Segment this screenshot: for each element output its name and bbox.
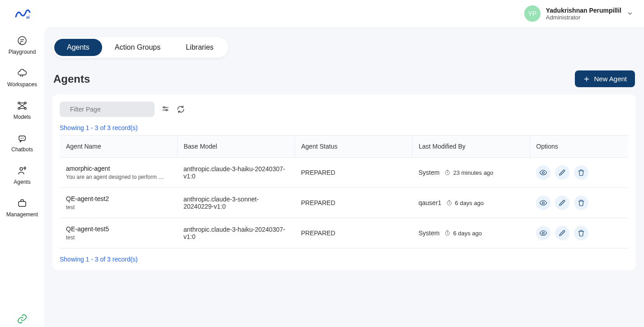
tab-label: Libraries <box>186 43 213 51</box>
delete-button[interactable] <box>574 165 588 180</box>
agent-description: test <box>66 204 165 210</box>
edit-button[interactable] <box>555 226 569 240</box>
sidebar-item-agents[interactable]: Agents <box>0 163 44 188</box>
svg-point-25 <box>166 109 167 111</box>
user-role: Administrator <box>546 14 621 21</box>
col-header-name[interactable]: Agent Name <box>60 135 177 158</box>
sidebar: Playground Workspaces Models <box>0 27 44 327</box>
user-menu[interactable]: YP Yadukrishnan Perumpillil Administrato… <box>524 5 633 22</box>
pencil-icon <box>558 168 566 177</box>
modified-by-user: System <box>418 169 440 176</box>
edit-button[interactable] <box>555 165 569 180</box>
sidebar-item-models[interactable]: Models <box>0 98 44 123</box>
eye-icon <box>539 199 547 207</box>
agent-status: PREPARED <box>295 158 412 188</box>
svg-line-38 <box>447 234 448 234</box>
svg-point-15 <box>21 138 22 139</box>
sidebar-item-chatbots[interactable]: Chatbots <box>0 130 44 155</box>
tab-libraries[interactable]: Libraries <box>173 39 226 56</box>
modified-by-user: System <box>418 229 440 237</box>
agent-model: anthropic.claude-3-sonnet-20240229-v1:0 <box>177 188 295 218</box>
modified-time: 23 minutes ago <box>444 169 494 176</box>
app-header: ai YP Yadukrishnan Perumpillil Administr… <box>0 0 644 27</box>
table-row[interactable]: QE-agent-test2 test anthropic.claude-3-s… <box>60 188 629 218</box>
view-button[interactable] <box>536 165 550 180</box>
svg-line-33 <box>449 203 450 204</box>
edit-button[interactable] <box>555 196 569 210</box>
main-content: Agents Action Groups Libraries Agents Ne… <box>44 27 644 327</box>
view-tabs: Agents Action Groups Libraries <box>52 37 228 58</box>
sidebar-item-label: Management <box>6 211 38 218</box>
sidebar-item-amorphic[interactable] <box>0 313 44 324</box>
table-row[interactable]: QE-agent-test5 test anthropic.claude-3-h… <box>60 218 629 248</box>
sidebar-item-label: Agents <box>14 179 30 185</box>
svg-point-9 <box>24 107 26 109</box>
agent-model: anthropic.claude-3-haiku-20240307-v1:0 <box>177 218 295 248</box>
cloud-icon <box>17 68 28 79</box>
page-title: Agents <box>53 73 90 85</box>
filter-settings-icon[interactable] <box>161 105 170 114</box>
agent-description: test <box>66 234 165 241</box>
sidebar-item-label: Workspaces <box>7 81 37 88</box>
svg-point-16 <box>23 138 24 139</box>
pencil-icon <box>558 229 566 237</box>
new-agent-button[interactable]: New Agent <box>575 70 635 87</box>
chat-icon <box>17 35 28 46</box>
delete-button[interactable] <box>574 226 588 240</box>
card-toolbar <box>60 102 629 117</box>
svg-point-6 <box>18 102 20 104</box>
modified-time: 6 days ago <box>446 200 484 206</box>
chevron-down-icon <box>627 10 633 17</box>
col-header-status[interactable]: Agent Status <box>295 135 412 158</box>
svg-point-17 <box>20 168 23 170</box>
svg-rect-19 <box>19 201 26 206</box>
col-header-options: Options <box>530 135 629 158</box>
svg-text:ai: ai <box>26 15 30 19</box>
agents-card: Showing 1 - 3 of 3 record(s) Agent Name … <box>52 94 636 270</box>
plus-icon <box>583 75 590 83</box>
records-summary-top: Showing 1 - 3 of 3 record(s) <box>60 124 629 131</box>
agent-name: amorphic-agent <box>66 165 171 172</box>
tab-action-groups[interactable]: Action Groups <box>102 39 173 56</box>
sidebar-item-management[interactable]: Management <box>0 195 44 220</box>
svg-point-18 <box>24 167 26 169</box>
trash-icon <box>577 168 585 177</box>
clock-icon <box>444 230 451 236</box>
agents-table: Agent Name Base Model Agent Status Last … <box>60 135 629 248</box>
agent-model: anthropic.claude-3-haiku-20240307-v1:0 <box>177 158 295 188</box>
col-header-model[interactable]: Base Model <box>177 135 295 158</box>
filter-search-box[interactable] <box>60 102 155 117</box>
bot-icon <box>17 133 28 144</box>
sidebar-item-workspaces[interactable]: Workspaces <box>0 65 44 90</box>
modified-by-user: qauser1 <box>418 199 442 206</box>
new-agent-label: New Agent <box>594 75 627 83</box>
sidebar-item-label: Models <box>14 114 31 120</box>
sidebar-item-label: Playground <box>9 49 36 55</box>
view-button[interactable] <box>536 226 550 240</box>
svg-point-7 <box>24 102 26 104</box>
trash-icon <box>577 229 585 237</box>
records-summary-bottom: Showing 1 - 3 of 3 record(s) <box>60 256 629 263</box>
clock-icon <box>446 200 452 206</box>
sidebar-item-playground[interactable]: Playground <box>0 33 44 58</box>
delete-button[interactable] <box>574 196 588 210</box>
tab-agents[interactable]: Agents <box>54 39 102 56</box>
svg-rect-14 <box>19 136 25 140</box>
svg-point-30 <box>542 172 545 174</box>
col-header-modified-by[interactable]: Last Modified By <box>412 135 530 158</box>
svg-point-40 <box>542 232 545 234</box>
agents-icon <box>17 165 28 176</box>
network-icon <box>17 100 28 111</box>
view-button[interactable] <box>536 196 550 210</box>
tab-label: Agents <box>67 43 89 51</box>
filter-input[interactable] <box>70 106 149 113</box>
refresh-icon[interactable] <box>176 105 185 114</box>
table-row[interactable]: amorphic-agent You are an agent designed… <box>60 158 629 188</box>
briefcase-icon <box>17 198 28 209</box>
agent-status: PREPARED <box>295 188 412 218</box>
trash-icon <box>577 199 585 207</box>
link-icon <box>17 313 28 324</box>
sidebar-item-label: Chatbots <box>11 146 33 153</box>
svg-line-28 <box>447 173 448 173</box>
search-icon <box>65 105 66 113</box>
